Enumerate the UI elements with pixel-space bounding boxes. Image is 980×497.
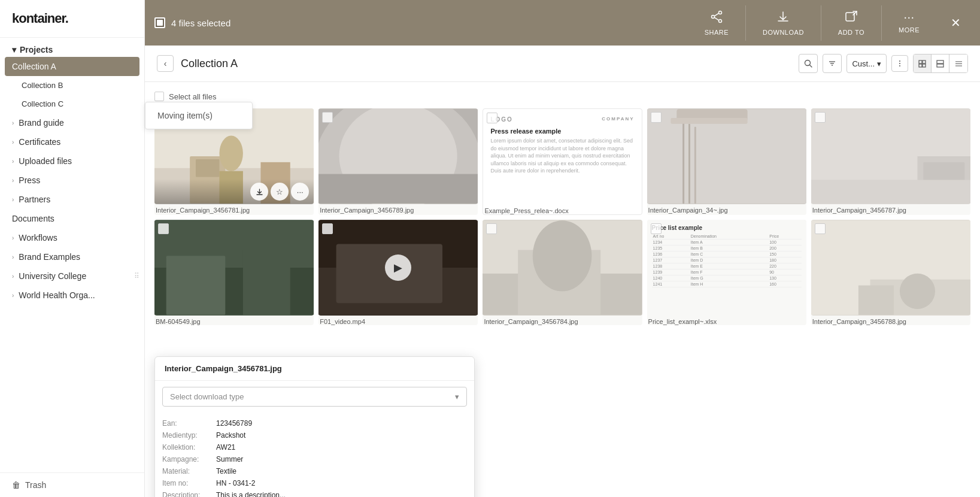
sidebar-item-partners[interactable]: › Partners — [0, 190, 144, 209]
svg-point-0 — [718, 11, 721, 14]
sidebar-item-label: Uploaded files — [19, 156, 72, 166]
grid-item-4[interactable]: Interior_Campaign_34~.jpg — [647, 108, 806, 215]
svg-rect-34 — [318, 174, 478, 204]
chevron-down-icon: ▾ — [12, 45, 16, 54]
item-checkbox-6[interactable] — [158, 223, 169, 234]
sidebar-item-label: World Health Orga... — [19, 290, 95, 300]
grid-item-5[interactable]: Interior_Campaign_3456787.jpg — [811, 108, 970, 215]
grid-item-6[interactable]: BM-604549.jpg — [154, 220, 314, 325]
sidebar-item-collection-b[interactable]: Collection B — [0, 76, 144, 95]
large-grid-view-button[interactable] — [932, 54, 949, 72]
select-all-checkbox[interactable] — [154, 92, 164, 101]
svg-rect-47 — [166, 256, 226, 315]
trash-icon: 🗑 — [12, 480, 20, 490]
item-detail-popup: Interior_Campaign_3456781.jpg Select dow… — [154, 356, 475, 497]
svg-rect-15 — [923, 60, 926, 63]
play-button-7[interactable]: ▶ — [385, 254, 411, 281]
popup-filename: Interior_Campaign_3456781.jpg — [155, 357, 474, 381]
options-button[interactable] — [891, 55, 908, 72]
sidebar-item-brand-examples[interactable]: › Brand Examples — [0, 247, 144, 266]
item-checkbox-7[interactable] — [322, 223, 333, 234]
meta-row-kollektion: Kollektion: AW21 — [162, 441, 467, 453]
sidebar-item-label: Collection C — [22, 99, 63, 108]
files-selected-label: 4 files selected — [171, 18, 230, 28]
toolbar-left: 4 files selected — [154, 17, 688, 28]
deselect-checkbox[interactable] — [154, 17, 165, 28]
meta-row-material: Material: Textile — [162, 465, 467, 477]
chevron-right-icon: › — [12, 139, 14, 146]
sidebar-item-label: Collection A — [12, 62, 56, 71]
grid-item-8[interactable]: Interior_Campaign_3456784.jpg — [483, 220, 642, 325]
item-checkbox-8[interactable] — [486, 223, 497, 234]
grid-item-9[interactable]: Price list example Art noDenominationPri… — [647, 220, 806, 325]
more-options-button-1[interactable]: ··· — [291, 183, 309, 201]
close-button[interactable]: ✕ — [941, 11, 970, 35]
grid-view-button[interactable] — [914, 54, 932, 72]
content-area: Select all files — [145, 82, 980, 497]
download-item-button-1[interactable] — [250, 183, 268, 201]
grid-item-label-5: Interior_Campaign_3456787.jpg — [811, 204, 970, 214]
sidebar-item-brand-guide[interactable]: › Brand guide — [0, 113, 144, 132]
download-label: DOWNLOAD — [763, 29, 804, 36]
drag-handle-icon: ⠿ — [134, 272, 139, 280]
svg-rect-37 — [688, 124, 690, 204]
list-view-button[interactable] — [949, 54, 967, 72]
sidebar-item-workflows[interactable]: › Workflows — [0, 228, 144, 247]
sidebar-item-label: Brand guide — [19, 118, 64, 128]
share-button[interactable]: SHARE — [688, 5, 746, 41]
more-button[interactable]: ··· MORE — [882, 5, 936, 41]
item-checkbox-9[interactable] — [651, 223, 662, 234]
chevron-down-icon: ▾ — [877, 59, 881, 68]
grid-item-label-10: Interior_Campaign_3456788.jpg — [811, 316, 970, 325]
grid-item-7[interactable]: ▶ F01_video.mp4 — [318, 220, 478, 325]
sidebar-item-world-health[interactable]: › World Health Orga... — [0, 286, 144, 305]
more-icon: ··· — [903, 10, 914, 24]
download-type-select[interactable]: Select download type ▾ — [162, 387, 467, 407]
back-button[interactable]: ‹ — [157, 55, 174, 72]
item-checkbox-10[interactable] — [815, 223, 826, 234]
sidebar-item-press[interactable]: › Press — [0, 171, 144, 190]
main-content: 4 files selected SHARE — [145, 0, 980, 497]
svg-rect-19 — [937, 64, 943, 67]
search-button[interactable] — [799, 54, 818, 73]
filter-button[interactable] — [823, 54, 842, 73]
svg-rect-59 — [858, 286, 894, 315]
sidebar-item-university-college[interactable]: › University College ⠿ — [0, 266, 144, 286]
sidebar-item-documents[interactable]: Documents — [0, 209, 144, 228]
svg-rect-38 — [694, 127, 696, 204]
svg-rect-36 — [682, 121, 684, 204]
more-label: MORE — [899, 26, 920, 34]
sort-dropdown[interactable]: Cust... ▾ — [846, 54, 887, 73]
chevron-right-icon: › — [12, 158, 14, 165]
favorite-button-1[interactable]: ☆ — [271, 183, 289, 201]
item-checkbox-5[interactable] — [815, 112, 826, 123]
add-to-button[interactable]: ADD TO — [821, 5, 882, 41]
item-checkbox-2[interactable] — [322, 112, 333, 123]
item-checkbox-3[interactable] — [487, 113, 497, 123]
grid-item-3[interactable]: LOGO COMPANY Press release example Lorem… — [483, 108, 642, 215]
sidebar-item-collection-a[interactable]: Collection A — [5, 57, 139, 76]
meta-row-medientyp: Medientyp: Packshot — [162, 429, 467, 441]
select-all-row: Select all files — [154, 92, 970, 101]
page-title: Collection A — [181, 57, 791, 70]
trash-item[interactable]: 🗑 Trash — [0, 472, 144, 497]
checkbox-inner — [157, 20, 163, 26]
moving-tooltip-text: Moving item(s) — [157, 111, 213, 120]
grid-item-label-7: F01_video.mp4 — [318, 316, 478, 325]
toolbar: 4 files selected SHARE — [145, 0, 980, 46]
download-button[interactable]: DOWNLOAD — [746, 5, 821, 41]
meta-row-description: Description: This is a description... — [162, 489, 467, 497]
projects-header[interactable]: ▾ Projects — [0, 38, 144, 57]
sidebar-item-collection-c[interactable]: Collection C — [0, 95, 144, 113]
trash-label: Trash — [25, 480, 46, 490]
svg-rect-5 — [846, 13, 854, 21]
svg-point-11 — [899, 60, 900, 62]
subheader-actions: Cust... ▾ — [799, 54, 968, 73]
sidebar-item-uploaded-files[interactable]: › Uploaded files — [0, 151, 144, 171]
grid-item-2[interactable]: Interior_Campaign_3456789.jpg — [318, 108, 478, 215]
chevron-right-icon: › — [12, 273, 14, 280]
grid-item-10[interactable]: Interior_Campaign_3456788.jpg — [811, 220, 970, 325]
sidebar-item-certificates[interactable]: › Certificates — [0, 132, 144, 151]
item-checkbox-4[interactable] — [651, 112, 662, 123]
svg-point-13 — [899, 65, 900, 66]
